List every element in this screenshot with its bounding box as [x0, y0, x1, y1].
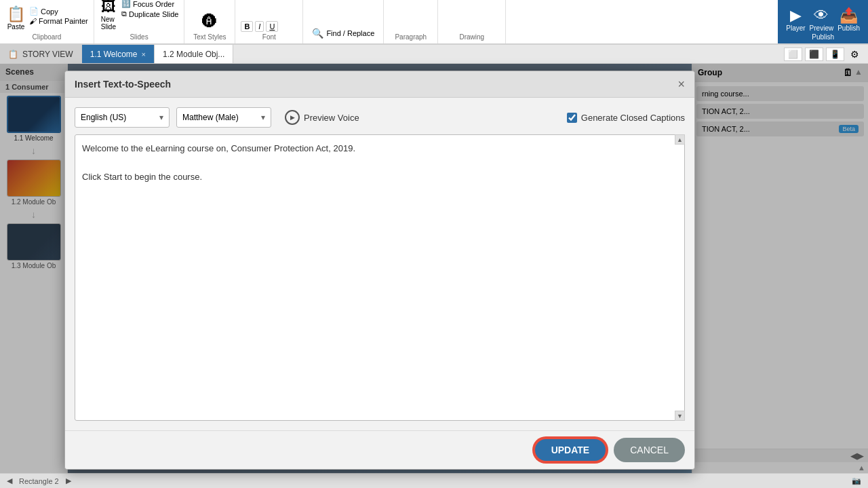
format-painter-button[interactable]: 🖌 Format Painter: [29, 17, 88, 25]
italic-button[interactable]: I: [255, 21, 264, 32]
paragraph-group: Paragraph: [384, 0, 438, 43]
preview-voice-button[interactable]: ▶ Preview Voice: [278, 107, 366, 128]
tab-1-2[interactable]: 1.2 Module Obj...: [155, 45, 233, 63]
update-button[interactable]: UPDATE: [534, 438, 608, 462]
bottom-camera-icon[interactable]: 📷: [852, 476, 861, 485]
bottom-bar: ◀ Rectangle 2 ▶ 📷: [0, 473, 868, 488]
cancel-button[interactable]: CANCEL: [614, 438, 685, 462]
settings-icon[interactable]: ⚙: [847, 48, 863, 61]
modal-controls: English (US) ▾ Matthew (Male) ▾ ▶ Previe…: [75, 107, 685, 128]
view-mobile-icon[interactable]: 📱: [826, 48, 844, 61]
font-label: Font: [241, 33, 297, 41]
copy-icon: 📄: [29, 7, 39, 16]
generate-captions-label: Generate Closed Captions: [581, 113, 685, 123]
view-fit-icon[interactable]: ⬛: [805, 48, 823, 61]
player-button[interactable]: ▶ Player: [786, 7, 805, 32]
duplicate-slide-button[interactable]: ⧉ Duplicate Slide: [121, 10, 178, 18]
text-area-container: ▲ ▼: [75, 134, 685, 421]
view-normal-icon[interactable]: ⬜: [784, 48, 802, 61]
language-dropdown-icon: ▾: [159, 113, 163, 122]
text-styles-icon: 🅐: [202, 13, 217, 31]
generate-captions-checkbox[interactable]: [567, 113, 577, 123]
tab-1-1[interactable]: 1.1 Welcome ×: [82, 45, 155, 63]
slides-group: 🖼 NewSlide 🔢 Focus Order ⧉ Duplicate Sli…: [94, 0, 185, 43]
drawing-group: Drawing: [438, 0, 506, 43]
find-replace-icon: 🔍: [312, 28, 323, 39]
modal-body: English (US) ▾ Matthew (Male) ▾ ▶ Previe…: [65, 98, 694, 430]
modal-close-button[interactable]: ×: [677, 78, 685, 90]
textarea-scroll-down[interactable]: ▼: [675, 411, 685, 421]
voice-select[interactable]: Matthew (Male) ▾: [176, 107, 271, 128]
modal-footer: UPDATE CANCEL: [65, 430, 694, 469]
format-painter-icon: 🖌: [29, 17, 37, 25]
shape-label: Rectangle 2: [19, 477, 59, 485]
publish-group: ▶ Player 👁 Preview 📤 Publish Publish: [778, 0, 868, 43]
focus-order-button[interactable]: 🔢 Focus Order: [121, 0, 178, 8]
modal-header: Insert Text-to-Speech ×: [65, 71, 694, 98]
tabs-bar: 📋 STORY VIEW 1.1 Welcome × 1.2 Module Ob…: [0, 45, 868, 64]
text-styles-button[interactable]: 🅐: [190, 12, 229, 32]
new-slide-button[interactable]: 🖼 NewSlide: [100, 0, 117, 32]
clipboard-label: Clipboard: [5, 33, 88, 41]
tab-1-1-close[interactable]: ×: [142, 50, 146, 58]
new-slide-icon: 🖼: [101, 0, 116, 16]
language-select[interactable]: English (US) ▾: [75, 107, 170, 128]
focus-order-icon: 🔢: [121, 0, 131, 8]
drawing-label: Drawing: [443, 33, 500, 41]
publish-button[interactable]: 📤 Publish: [837, 7, 860, 32]
paste-button[interactable]: 📋 Paste: [5, 4, 26, 32]
modal: Insert Text-to-Speech × English (US) ▾ M…: [64, 71, 695, 470]
publish-section-label: Publish: [812, 33, 834, 41]
publish-icon: 📤: [840, 7, 858, 24]
main-area: Scenes 1 Consumer 1.1 Welcome ↓ 1.2 Modu…: [0, 64, 868, 473]
paragraph-label: Paragraph: [389, 33, 432, 41]
clipboard-group: 📋 Paste 📄 Copy 🖌 Format Painter Clipboar…: [0, 0, 94, 43]
modal-title: Insert Text-to-Speech: [75, 79, 171, 90]
speech-textarea[interactable]: [75, 134, 685, 421]
text-styles-label: Text Styles: [190, 33, 229, 41]
bold-button[interactable]: B: [241, 21, 253, 32]
text-styles-group: 🅐 Text Styles: [184, 0, 235, 43]
slides-label: Slides: [100, 33, 179, 41]
copy-button[interactable]: 📄 Copy: [29, 7, 88, 16]
preview-button[interactable]: 👁 Preview: [810, 7, 834, 32]
previous-slide-icon[interactable]: ◀: [7, 476, 12, 485]
ribbon: 📋 Paste 📄 Copy 🖌 Format Painter Clipboar…: [0, 0, 868, 45]
story-view-icon: 📋: [8, 50, 18, 59]
find-replace-button[interactable]: 🔍 Find / Replace: [309, 26, 378, 41]
preview-icon: 👁: [814, 7, 829, 24]
tab-story-view[interactable]: 📋 STORY VIEW: [0, 45, 82, 63]
underline-button[interactable]: U: [266, 21, 278, 32]
paste-icon: 📋: [7, 5, 25, 23]
next-slide-icon[interactable]: ▶: [66, 476, 71, 485]
voice-dropdown-icon: ▾: [261, 113, 265, 122]
preview-play-icon: ▶: [285, 110, 300, 125]
generate-captions-area: Generate Closed Captions: [567, 113, 685, 123]
font-group: B I U Font: [235, 0, 303, 43]
textarea-scroll-up[interactable]: ▲: [675, 134, 685, 145]
player-icon: ▶: [790, 7, 802, 24]
duplicate-icon: ⧉: [121, 10, 127, 18]
find-replace-area: 🔍 Find / Replace: [303, 0, 384, 43]
